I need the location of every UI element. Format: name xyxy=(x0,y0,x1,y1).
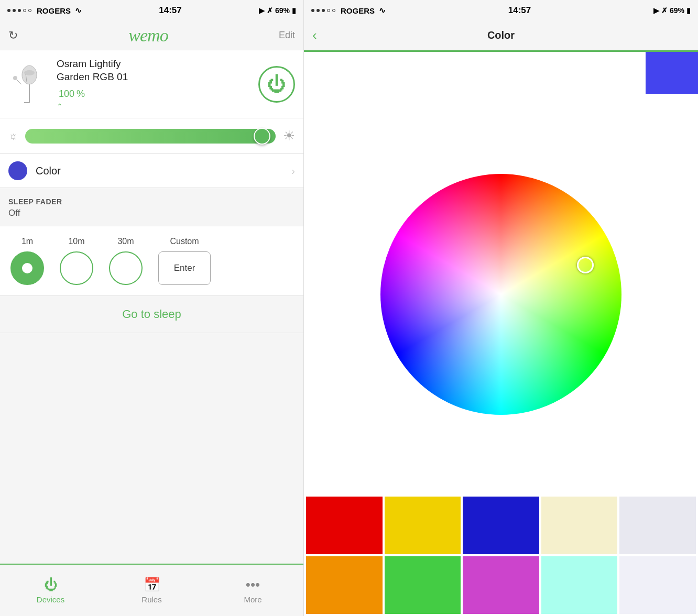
battery-percent: 69% xyxy=(275,6,290,15)
slider-thumb[interactable] xyxy=(254,128,270,145)
carrier-signal: ROGERS ∿ xyxy=(7,6,82,15)
battery-area: ▶ ✗ 69% ▮ xyxy=(259,6,296,15)
swatch-purple[interactable] xyxy=(463,556,539,614)
right-panel: ROGERS ∿ 14:57 ▶ ✗ 69% ▮ ‹ Color xyxy=(304,0,698,616)
edit-button[interactable]: Edit xyxy=(279,30,295,41)
timer-circle-inner-1m xyxy=(22,263,32,273)
r-battery-percent: 69% xyxy=(670,6,684,15)
battery-icon: ▮ xyxy=(292,6,296,15)
custom-timer-label: Custom xyxy=(170,237,199,246)
timer-section: 1m 10m 30m Custom Enter xyxy=(0,226,303,296)
timer-label-30m: 30m xyxy=(117,237,134,246)
swatch-blue[interactable] xyxy=(463,497,539,554)
r-battery-area: ▶ ✗ 69% ▮ xyxy=(653,6,691,15)
custom-enter-button[interactable]: Enter xyxy=(158,251,211,285)
r-wifi-icon: ∿ xyxy=(379,6,386,15)
timer-circle-10m[interactable] xyxy=(60,251,93,285)
r-location-icon: ▶ xyxy=(653,6,659,15)
color-label: Color xyxy=(36,165,291,177)
color-wheel-container[interactable] xyxy=(304,94,698,494)
sleep-fader-section: SLEEP FADER Off xyxy=(0,190,303,226)
nav-bar: ↻ wemo Edit xyxy=(0,21,303,50)
power-button[interactable]: ⏻ xyxy=(258,66,295,103)
timer-label-1m: 1m xyxy=(21,237,33,246)
swatch-white[interactable] xyxy=(619,556,696,614)
color-wheel-cursor[interactable] xyxy=(577,257,594,273)
brightness-unit: % xyxy=(77,89,85,99)
r-battery-icon: ▮ xyxy=(686,6,691,15)
timer-options: 1m 10m 30m Custom Enter xyxy=(10,237,293,285)
timer-option-30m[interactable]: 30m xyxy=(109,237,143,285)
tab-rules-label: Rules xyxy=(141,595,161,604)
color-swatch-preview xyxy=(8,161,27,180)
swatch-red[interactable] xyxy=(306,497,383,554)
timer-circle-1m[interactable] xyxy=(10,251,44,285)
status-bar-right: ROGERS ∿ 14:57 ▶ ✗ 69% ▮ xyxy=(304,0,698,21)
tab-devices[interactable]: ⏻ Devices xyxy=(0,565,101,616)
spacer xyxy=(0,333,303,564)
tab-more-label: More xyxy=(244,595,261,604)
device-card[interactable]: Osram Lightify Garden RGB 01 100% ⌃ ⏻ xyxy=(0,50,303,118)
r-time-display: 14:57 xyxy=(508,5,531,16)
color-wheel[interactable] xyxy=(380,174,621,415)
signal-dot-1 xyxy=(7,9,10,12)
carrier-signal-right: ROGERS ∿ xyxy=(311,6,386,15)
tab-rules[interactable]: 📅 Rules xyxy=(101,565,202,616)
svg-line-4 xyxy=(16,79,21,84)
rules-icon: 📅 xyxy=(144,577,160,593)
chevron-right-icon: › xyxy=(291,165,295,177)
swatch-yellow[interactable] xyxy=(385,497,461,554)
color-row[interactable]: Color › xyxy=(0,154,303,188)
device-name: Osram Lightify Garden RGB 01 xyxy=(57,58,252,83)
sleep-fader-value: Off xyxy=(8,208,295,218)
color-page-title: Color xyxy=(487,29,515,41)
color-nav-bar: ‹ Color xyxy=(304,21,698,50)
device-info: Osram Lightify Garden RGB 01 100% ⌃ xyxy=(57,58,252,111)
r-signal-dot-5 xyxy=(332,9,335,12)
custom-timer-group: Custom Enter xyxy=(158,237,211,285)
sleep-fader-title: SLEEP FADER xyxy=(8,197,295,206)
carrier-name: ROGERS xyxy=(37,6,71,15)
r-signal-dot-2 xyxy=(317,9,320,12)
timer-label-10m: 10m xyxy=(68,237,84,246)
timer-option-1m[interactable]: 1m xyxy=(10,237,44,285)
color-preview-bar xyxy=(304,52,698,94)
tab-more[interactable]: ••• More xyxy=(202,565,303,616)
r-signal-dot-4 xyxy=(327,9,330,12)
refresh-icon[interactable]: ↻ xyxy=(8,29,18,42)
swatch-light-blue[interactable] xyxy=(619,497,696,554)
device-brightness: 100% xyxy=(57,86,252,100)
color-preview-swatch xyxy=(646,52,698,94)
wemo-logo: wemo xyxy=(128,26,168,46)
svg-point-5 xyxy=(13,76,17,80)
swatch-mint[interactable] xyxy=(541,556,618,614)
signal-dot-4 xyxy=(23,9,26,12)
power-icon: ⏻ xyxy=(267,73,286,95)
swatch-orange[interactable] xyxy=(306,556,383,614)
devices-icon: ⏻ xyxy=(44,577,58,593)
go-to-sleep-button[interactable]: Go to sleep xyxy=(122,307,181,321)
swatch-light-yellow[interactable] xyxy=(541,497,618,554)
r-signal-dot-3 xyxy=(322,9,325,12)
color-swatches-grid xyxy=(304,494,698,616)
more-icon: ••• xyxy=(246,577,260,593)
timer-circle-30m[interactable] xyxy=(109,251,143,285)
brightness-slider[interactable] xyxy=(25,129,276,144)
back-button[interactable]: ‹ xyxy=(312,27,317,43)
device-thumbnail xyxy=(11,63,48,105)
wifi-icon: ∿ xyxy=(75,6,82,15)
location-icon: ▶ xyxy=(259,6,265,15)
r-carrier-name: ROGERS xyxy=(341,6,375,15)
time-display: 14:57 xyxy=(159,5,181,16)
signal-dot-2 xyxy=(13,9,16,12)
device-image xyxy=(8,61,50,108)
expand-icon[interactable]: ⌃ xyxy=(57,102,252,111)
brightness-section: ☼ ☀ xyxy=(0,118,303,154)
r-signal-dot-1 xyxy=(311,9,314,12)
timer-option-10m[interactable]: 10m xyxy=(60,237,93,285)
left-panel: ROGERS ∿ 14:57 ▶ ✗ 69% ▮ ↻ wemo Edit xyxy=(0,0,304,616)
timer-circle-inner-10m xyxy=(71,263,82,273)
go-to-sleep-section: Go to sleep xyxy=(0,296,303,333)
swatch-green[interactable] xyxy=(385,556,461,614)
signal-dot-5 xyxy=(28,9,31,12)
